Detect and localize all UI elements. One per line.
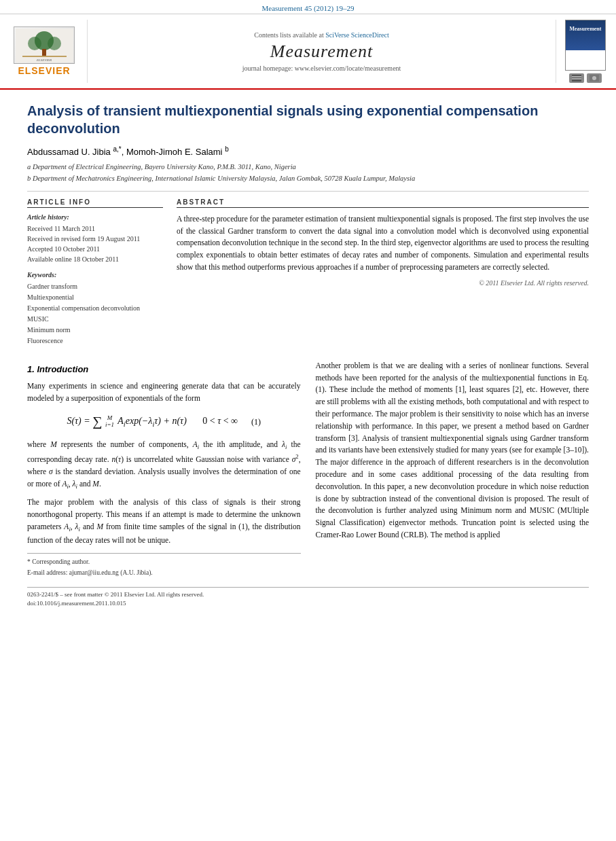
intro-para-2: where M represents the number of compone…: [27, 439, 301, 491]
svg-point-11: [592, 76, 596, 80]
copyright-footer: 0263-2241/$ – see front matter © 2011 El…: [27, 587, 589, 609]
received-revised-date: Received in revised form 19 August 2011: [27, 234, 163, 244]
journal-homepage: journal homepage: www.elsevier.com/locat…: [242, 65, 401, 72]
article-info-header: ARTICLE INFO: [27, 198, 163, 208]
keyword-2: Multiexponential: [27, 292, 163, 303]
body-right-col: Another problem is that we are dealing w…: [316, 360, 590, 579]
svg-text:ELSEVIER: ELSEVIER: [35, 58, 51, 62]
footer-line-1: 0263-2241/$ – see front matter © 2011 El…: [27, 590, 589, 600]
intro-para-3: The major problem with the analysis of t…: [27, 497, 301, 546]
abstract-text: A three-step procedure for the parameter…: [177, 213, 589, 274]
sciverse-line: Contents lists available at SciVerse Sci…: [254, 31, 389, 39]
elsevier-logo-image: ELSEVIER: [14, 26, 75, 64]
paper-title: Analysis of transient multiexponential s…: [27, 102, 589, 137]
copyright-line: © 2011 Elsevier Ltd. All rights reserved…: [177, 279, 589, 287]
formula-condition: 0 < τ < ∞: [202, 416, 238, 426]
journal-header: ELSEVIER ELSEVIER Contents lists availab…: [0, 14, 616, 90]
affiliation-b: b Department of Mechatronics Engineering…: [27, 174, 589, 184]
footnote-section: * Corresponding author. E-mail address: …: [27, 553, 301, 577]
received-date: Received 11 March 2011: [27, 223, 163, 234]
affiliations: a Department of Electrical Engineering, …: [27, 162, 589, 183]
journal-header-left: ELSEVIER ELSEVIER: [7, 20, 81, 83]
article-info-col: ARTICLE INFO Article history: Received 1…: [27, 198, 163, 346]
formula-lhs: S(τ) =: [67, 416, 92, 426]
formula-body: Aiexp(−λiτ) + n(τ): [117, 416, 187, 426]
keyword-6: Fluorescence: [27, 336, 163, 346]
formula-number: (1): [251, 416, 261, 429]
svg-rect-5: [22, 56, 67, 57]
author-names: Abdussamad U. Jibia a,*, Momoh-Jimoh E. …: [27, 147, 229, 157]
journal-header-right: Measurement: [562, 20, 609, 83]
journal-name: Measurement: [270, 41, 374, 62]
formula-block: S(τ) = ∑ Mi=1 Aiexp(−λiτ) + n(τ) 0 < τ <…: [27, 411, 301, 432]
svg-point-3: [48, 37, 61, 50]
thumb-icon-2: [587, 73, 602, 83]
keyword-5: Minimum norm: [27, 325, 163, 336]
divider: [27, 191, 589, 192]
paper-content: Analysis of transient multiexponential s…: [0, 90, 616, 360]
svg-point-2: [28, 37, 41, 50]
thumb-icons: [569, 73, 602, 83]
journal-header-center: Contents lists available at SciVerse Sci…: [87, 20, 556, 83]
accepted-date: Accepted 10 October 2011: [27, 244, 163, 254]
body-left-col: 1. Introduction Many experiments in scie…: [27, 360, 301, 579]
email-line: E-mail address: ajumar@iiu.edu.ng (A.U. …: [27, 569, 301, 577]
elsevier-logo: ELSEVIER ELSEVIER: [7, 26, 81, 76]
corresponding-author: * Corresponding author.: [27, 558, 301, 567]
keyword-4: MUSIC: [27, 314, 163, 325]
section-1-title: 1. Introduction: [27, 363, 301, 376]
right-para-1: Another problem is that we are dealing w…: [316, 360, 590, 541]
intro-para-1: Many experiments in science and engineer…: [27, 380, 301, 405]
keyword-3: Exponential compensation deconvolution: [27, 303, 163, 314]
footer-line-2: doi:10.1016/j.measurement.2011.10.015: [27, 599, 589, 609]
affiliation-a: a Department of Electrical Engineering, …: [27, 162, 589, 173]
keyword-1: Gardner transform: [27, 281, 163, 292]
abstract-col: ABSTRACT A three-step procedure for the …: [177, 198, 589, 346]
keywords-label: Keywords:: [27, 271, 163, 279]
journal-citation: Measurement 45 (2012) 19–29: [262, 4, 355, 12]
history-label: Article history:: [27, 213, 163, 221]
body-two-col: 1. Introduction Many experiments in scie…: [27, 360, 589, 579]
abstract-header: ABSTRACT: [177, 198, 589, 208]
sciverse-link[interactable]: SciVerse ScienceDirect: [325, 31, 389, 39]
svg-rect-7: [572, 75, 581, 82]
formula-limits: Mi=1: [105, 415, 114, 429]
article-info-abstract: ARTICLE INFO Article history: Received 1…: [27, 198, 589, 346]
elsevier-text: ELSEVIER: [18, 65, 70, 76]
journal-top-bar: Measurement 45 (2012) 19–29: [0, 0, 616, 14]
formula: S(τ) = ∑ Mi=1 Aiexp(−λiτ) + n(τ) 0 < τ <…: [67, 411, 238, 432]
formula-sum: ∑: [92, 414, 102, 429]
available-date: Available online 18 October 2011: [27, 254, 163, 264]
thumb-icon-1: [569, 73, 584, 83]
authors: Abdussamad U. Jibia a,*, Momoh-Jimoh E. …: [27, 145, 589, 157]
measurement-thumbnail: Measurement: [565, 20, 606, 71]
main-body: 1. Introduction Many experiments in scie…: [0, 360, 616, 622]
